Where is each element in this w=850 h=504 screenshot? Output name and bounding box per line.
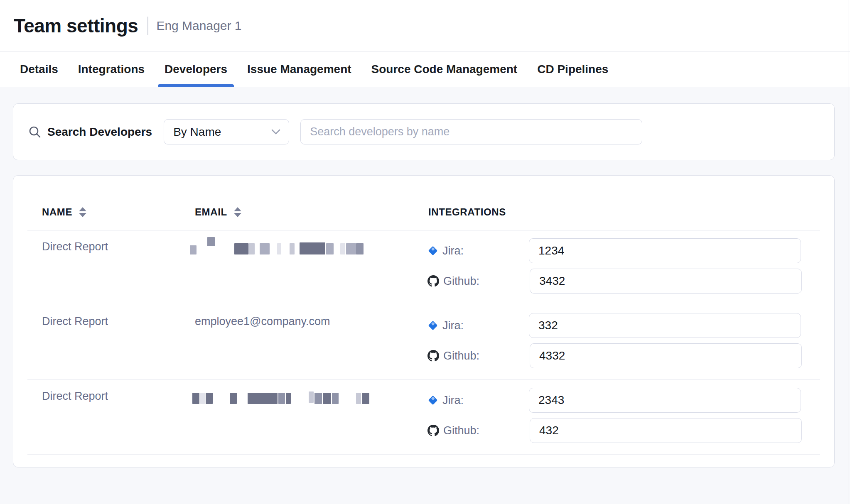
tab-integrations[interactable]: Integrations <box>78 52 145 87</box>
title-separator <box>147 17 148 35</box>
developers-table-card: NAME EMAIL INTEGRATIONS Direct Report <box>13 175 835 467</box>
team-settings-page: Team settings Eng Manager 1 Details Inte… <box>0 0 850 504</box>
redacted-email <box>195 230 386 264</box>
table-row: Direct Report employee1@company.com Jira… <box>13 305 834 380</box>
scrollbar-edge <box>848 0 848 504</box>
developer-name: Direct Report <box>42 240 108 253</box>
redacted-email <box>195 380 386 413</box>
jira-label: Jira: <box>442 319 529 332</box>
column-header-integrations: INTEGRATIONS <box>428 206 506 218</box>
column-header-name: NAME <box>42 206 86 218</box>
jira-icon <box>427 320 438 331</box>
developer-name: Direct Report <box>42 315 108 328</box>
jira-id-input[interactable] <box>529 313 801 338</box>
table-header-row: NAME EMAIL INTEGRATIONS <box>13 176 834 230</box>
jira-label: Jira: <box>442 394 529 407</box>
tab-issue-management[interactable]: Issue Management <box>247 52 351 87</box>
search-input[interactable] <box>300 119 642 144</box>
jira-label: Jira: <box>442 245 529 257</box>
sort-icon[interactable] <box>234 207 241 217</box>
tab-source-code-management[interactable]: Source Code Management <box>371 52 518 87</box>
jira-id-input[interactable] <box>529 388 801 413</box>
developer-name: Direct Report <box>42 390 108 403</box>
search-developers-card: Search Developers By Name <box>13 103 835 160</box>
github-icon <box>427 425 439 436</box>
jira-id-input[interactable] <box>529 238 801 263</box>
github-integration-row: Github: <box>427 418 802 443</box>
tab-cd-pipelines[interactable]: CD Pipelines <box>537 52 608 87</box>
github-id-input[interactable] <box>530 269 802 294</box>
jira-integration-row: Jira: <box>427 238 802 263</box>
search-developers-label: Search Developers <box>47 125 152 139</box>
jira-integration-row: Jira: <box>427 313 802 338</box>
integrations-cell: Jira: Github: <box>427 313 802 374</box>
integrations-cell: Jira: Github: <box>427 238 802 299</box>
github-label: Github: <box>443 275 530 288</box>
jira-icon <box>427 245 438 256</box>
filter-selected-value: By Name <box>173 125 221 139</box>
developer-email: employee1@company.com <box>195 315 330 328</box>
github-label: Github: <box>443 424 530 437</box>
search-filter-select[interactable]: By Name <box>164 119 289 144</box>
jira-icon <box>427 395 438 406</box>
github-label: Github: <box>443 350 530 362</box>
chevron-down-icon <box>271 129 280 135</box>
page-header: Team settings Eng Manager 1 <box>0 0 850 52</box>
table-row: Direct Report Jira: Github: <box>13 230 834 305</box>
tab-developers[interactable]: Developers <box>165 52 227 87</box>
tab-details[interactable]: Details <box>20 52 58 87</box>
jira-integration-row: Jira: <box>427 388 802 413</box>
github-id-input[interactable] <box>530 343 802 368</box>
github-integration-row: Github: <box>427 269 802 294</box>
team-name-subtitle: Eng Manager 1 <box>156 19 241 33</box>
column-header-email: EMAIL <box>195 206 241 218</box>
github-id-input[interactable] <box>530 418 802 443</box>
sort-icon[interactable] <box>79 207 86 217</box>
github-icon <box>427 350 439 362</box>
integrations-cell: Jira: Github: <box>427 388 802 448</box>
search-icon <box>28 125 42 139</box>
github-icon <box>427 275 439 287</box>
page-title: Team settings <box>14 15 138 37</box>
table-row: Direct Report Jira: Github: <box>13 380 834 455</box>
github-integration-row: Github: <box>427 343 802 368</box>
settings-tabs: Details Integrations Developers Issue Ma… <box>0 52 850 87</box>
